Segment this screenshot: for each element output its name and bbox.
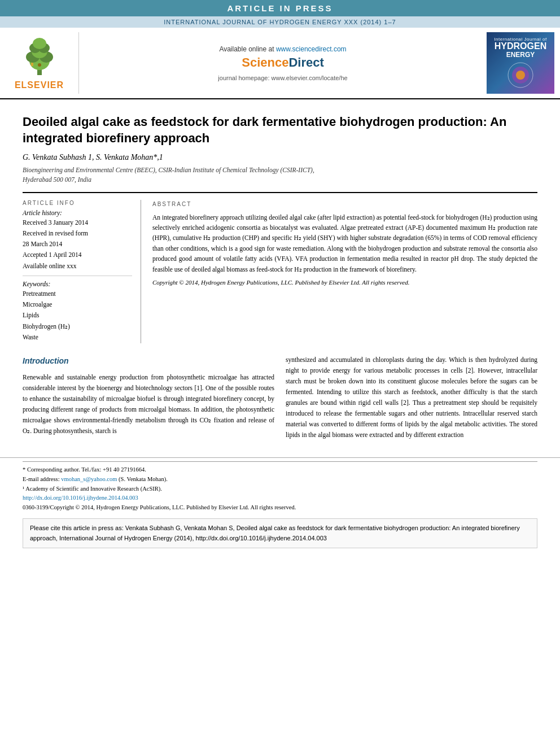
- journal-homepage: journal homepage: www.elsevier.com/locat…: [218, 75, 347, 81]
- article-body: Deoiled algal cake as feedstock for dark…: [0, 99, 560, 446]
- email-line: E-mail address: vmohan_s@yahoo.com (S. V…: [23, 475, 537, 484]
- badge-energy: ENERGY: [506, 51, 535, 59]
- journal-header: ELSEVIER Available online at www.science…: [0, 28, 560, 99]
- article-title: Deoiled algal cake as feedstock for dark…: [23, 114, 537, 146]
- keyword-microalgae: Microalgae: [23, 300, 132, 309]
- keyword-waste: Waste: [23, 333, 132, 342]
- keyword-lipids: Lipids: [23, 311, 132, 320]
- corresponding-author: * Corresponding author. Tel./fax: +91 40…: [23, 465, 537, 475]
- received1: Received 3 January 2014: [23, 218, 132, 228]
- title-divider: [23, 192, 537, 193]
- authors: G. Venkata Subhash 1, S. Venkata Mohan*,…: [23, 153, 537, 162]
- affiliation: Bioengineering and Environmental Centre …: [23, 165, 537, 185]
- citation-box: Please cite this article in press as: Ve…: [23, 518, 537, 548]
- header-center: Available online at www.sciencedirect.co…: [85, 32, 481, 94]
- keyword-biohydrogen: Biohydrogen (H₂): [23, 322, 132, 331]
- sciencedirect-brand: ScienceDirect: [242, 55, 324, 70]
- body-col-left: Introduction Renewable and sustainable e…: [23, 355, 274, 440]
- elsevier-brand-text: ELSEVIER: [15, 80, 64, 90]
- keyword-pretreatment: Pretreatment: [23, 289, 132, 299]
- email-link[interactable]: vmohan_s@yahoo.com: [61, 476, 117, 482]
- available-online: Available online xxx: [23, 261, 132, 271]
- badge-hydrogen: HYDROGEN: [495, 42, 546, 51]
- issn-line: 0360-3199/Copyright © 2014, Hydrogen Ene…: [23, 503, 537, 513]
- article-in-press-banner: ARTICLE IN PRESS: [0, 0, 560, 16]
- footnote-divider: [23, 461, 537, 462]
- abstract-heading: ABSTRACT: [152, 200, 537, 209]
- svg-rect-9: [31, 63, 33, 66]
- article-info: ARTICLE INFO Article history: Received 3…: [23, 200, 141, 344]
- received-revised-label: Received in revised form: [23, 229, 132, 238]
- received-revised-date: 28 March 2014: [23, 239, 132, 249]
- abstract-copyright: Copyright © 2014, Hydrogen Energy Public…: [152, 278, 537, 288]
- abstract-section: ABSTRACT An integrated biorefinery appro…: [152, 200, 537, 344]
- body-col-right: synthesized and accumulated in chloropla…: [286, 355, 537, 440]
- article-info-heading: ARTICLE INFO: [23, 200, 132, 206]
- available-online-text: Available online at www.sciencedirect.co…: [219, 45, 346, 53]
- introduction-title: Introduction: [23, 355, 274, 368]
- journal-stripe: INTERNATIONAL JOURNAL OF HYDROGEN ENERGY…: [0, 16, 560, 28]
- elsevier-logo: ELSEVIER: [6, 32, 79, 94]
- info-abstract-section: ARTICLE INFO Article history: Received 3…: [23, 200, 537, 344]
- accepted: Accepted 1 April 2014: [23, 250, 132, 260]
- keywords-label: Keywords:: [23, 281, 132, 287]
- intro-col2-text: synthesized and accumulated in chloropla…: [286, 355, 537, 440]
- svg-point-12: [516, 71, 525, 80]
- badge-graphic-icon: [506, 61, 535, 89]
- info-divider: [23, 276, 132, 276]
- hydrogen-energy-badge: International Journal of HYDROGEN ENERGY: [487, 32, 554, 94]
- history-label: Article history:: [23, 209, 132, 216]
- abstract-text: An integrated biorefinery approach utili…: [152, 212, 537, 274]
- svg-point-8: [38, 63, 41, 67]
- body-columns: Introduction Renewable and sustainable e…: [23, 355, 537, 440]
- footnote-area: * Corresponding author. Tel./fax: +91 40…: [0, 457, 560, 513]
- doi-link[interactable]: http://dx.doi.org/10.1016/j.ijhydene.201…: [23, 493, 537, 503]
- academy-line: ¹ Academy of Scientific and Innovative R…: [23, 484, 537, 494]
- intro-col1-text: Renewable and sustainable energy product…: [23, 372, 274, 436]
- svg-point-7: [33, 38, 46, 49]
- sciencedirect-url[interactable]: www.sciencedirect.com: [276, 45, 347, 53]
- elsevier-tree-icon: [17, 36, 62, 78]
